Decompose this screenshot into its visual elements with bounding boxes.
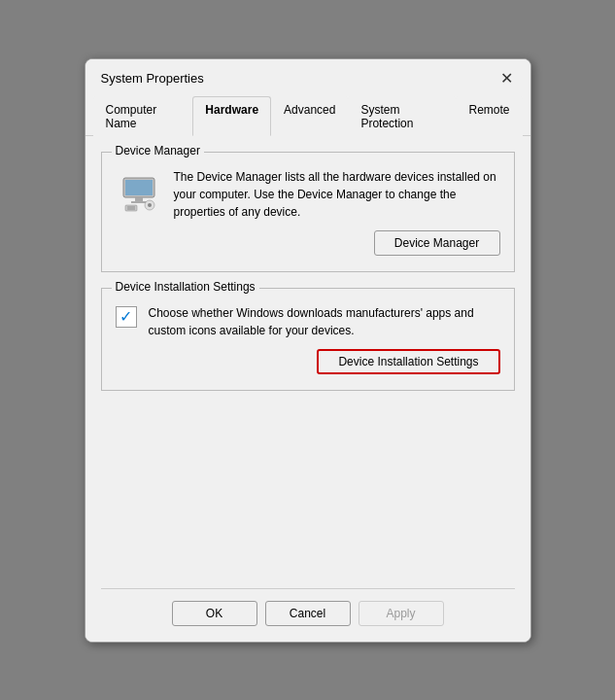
dialog-footer: OK Cancel Apply (101, 588, 515, 626)
tab-content: Device Manager (85, 136, 530, 642)
device-installation-button-row: Device Installation Settings (116, 349, 500, 374)
tab-remote[interactable]: Remote (456, 96, 522, 136)
svg-rect-3 (131, 201, 147, 203)
cancel-button[interactable]: Cancel (265, 601, 351, 626)
device-installation-inner: ✓ Choose whether Windows downloads manuf… (116, 304, 500, 339)
tab-computer-name[interactable]: Computer Name (93, 96, 193, 136)
svg-rect-1 (125, 180, 153, 195)
svg-rect-5 (127, 206, 135, 210)
ok-button[interactable]: OK (172, 601, 257, 626)
apply-button[interactable]: Apply (359, 601, 444, 626)
device-manager-inner: The Device Manager lists all the hardwar… (116, 168, 500, 221)
device-manager-section: Device Manager (101, 152, 515, 272)
tab-hardware[interactable]: Hardware (192, 96, 271, 136)
close-button[interactable]: ✕ (495, 67, 519, 90)
tab-advanced[interactable]: Advanced (271, 96, 348, 136)
svg-point-7 (148, 203, 152, 207)
svg-rect-2 (135, 197, 143, 201)
device-installation-section: Device Installation Settings ✓ Choose wh… (101, 288, 515, 391)
tab-system-protection[interactable]: System Protection (348, 96, 456, 136)
device-manager-description: The Device Manager lists all the hardwar… (174, 168, 500, 221)
device-installation-section-label: Device Installation Settings (112, 280, 259, 294)
device-manager-section-label: Device Manager (112, 144, 204, 158)
checkmark-icon: ✓ (120, 309, 132, 325)
window-title: System Properties (101, 71, 204, 86)
device-manager-icon (116, 168, 162, 215)
title-bar: System Properties ✕ (85, 59, 530, 96)
system-properties-dialog: System Properties ✕ Computer Name Hardwa… (85, 58, 531, 643)
device-manager-button-row: Device Manager (116, 230, 500, 256)
device-installation-checkbox[interactable]: ✓ (116, 306, 137, 328)
hardware-svg-icon (118, 170, 160, 213)
device-manager-button[interactable]: Device Manager (374, 230, 500, 256)
device-installation-description: Choose whether Windows downloads manufac… (149, 304, 500, 339)
device-installation-settings-button[interactable]: Device Installation Settings (317, 349, 499, 374)
tab-strip: Computer Name Hardware Advanced System P… (85, 96, 530, 136)
